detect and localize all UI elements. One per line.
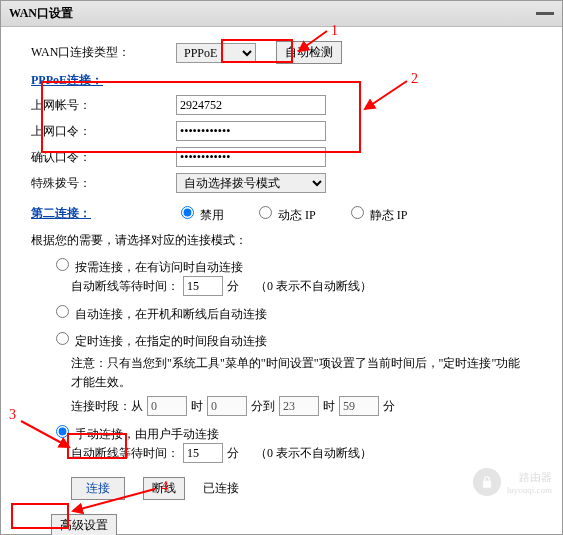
second-disable-option[interactable]: 禁用 <box>176 203 224 224</box>
password-label: 上网口令： <box>31 123 176 140</box>
confirm-input[interactable] <box>176 147 326 167</box>
mode-ondemand-radio[interactable] <box>56 258 69 271</box>
idle-time-input-2[interactable] <box>183 443 223 463</box>
second-static-radio[interactable] <box>351 206 364 219</box>
min-unit-2: 分 <box>383 398 395 415</box>
idle-unit-2: 分 <box>227 445 239 462</box>
password-input[interactable] <box>176 121 326 141</box>
mode-scheduled-option[interactable]: 定时连接，在指定的时间段自动连接 <box>51 334 267 348</box>
mode-scheduled-row: 定时连接，在指定的时间段自动连接 <box>51 329 532 350</box>
from-min-input[interactable] <box>207 396 247 416</box>
hour-unit-2: 时 <box>323 398 335 415</box>
scheduled-note: 注意：只有当您到"系统工具"菜单的"时间设置"项设置了当前时间后，"定时连接"功… <box>71 354 532 392</box>
idle-hint: （0 表示不自动断线） <box>255 278 372 295</box>
to-hour-input[interactable] <box>279 396 319 416</box>
annot-num-3: 3 <box>9 407 16 423</box>
pppoe-section-title: PPPoE连接： <box>31 72 532 89</box>
from-hour-input[interactable] <box>147 396 187 416</box>
mode-manual-option[interactable]: 手动连接，由用户手动连接 <box>51 427 219 441</box>
mode-auto-option[interactable]: 自动连接，在开机和断线后自动连接 <box>51 307 267 321</box>
manual-idle-row: 自动断线等待时间： 分 （0 表示不自动断线） <box>71 443 532 463</box>
wan-type-label: WAN口连接类型： <box>31 44 176 61</box>
second-conn-label: 第二连接： <box>31 205 176 222</box>
advanced-button[interactable]: 高级设置 <box>51 514 117 535</box>
annot-num-1: 1 <box>331 23 338 39</box>
password-row: 上网口令： <box>31 121 532 141</box>
special-dial-label: 特殊拨号： <box>31 175 176 192</box>
idle-label-2: 自动断线等待时间： <box>71 445 179 462</box>
second-conn-row: 第二连接： 禁用 动态 IP 静态 IP <box>31 203 532 224</box>
idle-hint-2: （0 表示不自动断线） <box>255 445 372 462</box>
connect-row: 连接 断线 已连接 <box>71 477 532 500</box>
mode-ondemand-row: 按需连接，在有访问时自动连接 <box>51 255 532 276</box>
watermark-brand: 路由器 <box>507 470 552 485</box>
period-label: 连接时段：从 <box>71 398 143 415</box>
connection-status: 已连接 <box>203 480 239 497</box>
second-dynamic-option[interactable]: 动态 IP <box>254 203 316 224</box>
second-dynamic-radio[interactable] <box>259 206 272 219</box>
mode-ondemand-option[interactable]: 按需连接，在有访问时自动连接 <box>51 260 243 274</box>
idle-label: 自动断线等待时间： <box>71 278 179 295</box>
idle-unit: 分 <box>227 278 239 295</box>
watermark-site: luyouqi.com <box>507 485 552 495</box>
special-dial-row: 特殊拨号： 自动选择拨号模式 <box>31 173 532 193</box>
account-label: 上网帐号： <box>31 97 176 114</box>
mode-scheduled-radio[interactable] <box>56 332 69 345</box>
ondemand-idle-row: 自动断线等待时间： 分 （0 表示不自动断线） <box>71 276 532 296</box>
connect-button[interactable]: 连接 <box>71 477 125 500</box>
account-row: 上网帐号： <box>31 95 532 115</box>
window-title: WAN口设置 <box>9 5 73 22</box>
titlebar: WAN口设置 <box>1 1 562 27</box>
mode-intro: 根据您的需要，请选择对应的连接模式： <box>31 232 532 249</box>
min-to-unit: 分到 <box>251 398 275 415</box>
confirm-label: 确认口令： <box>31 149 176 166</box>
mode-auto-row: 自动连接，在开机和断线后自动连接 <box>51 302 532 323</box>
wan-settings-window: WAN口设置 WAN口连接类型： PPPoE 自动检测 PPPoE连接： 上网帐… <box>0 0 563 535</box>
confirm-row: 确认口令： <box>31 147 532 167</box>
wan-type-select[interactable]: PPPoE <box>176 43 256 63</box>
to-min-input[interactable] <box>339 396 379 416</box>
minimize-icon[interactable] <box>536 12 554 15</box>
special-dial-select[interactable]: 自动选择拨号模式 <box>176 173 326 193</box>
mode-manual-radio[interactable] <box>56 425 69 438</box>
auto-detect-button[interactable]: 自动检测 <box>276 41 342 64</box>
annot-num-4: 4 <box>161 479 168 495</box>
period-row: 连接时段：从 时 分到 时 分 <box>71 396 532 416</box>
annot-num-2: 2 <box>411 71 418 87</box>
account-input[interactable] <box>176 95 326 115</box>
second-disable-radio[interactable] <box>181 206 194 219</box>
wan-type-row: WAN口连接类型： PPPoE 自动检测 <box>31 41 532 64</box>
watermark: 路由器 luyouqi.com <box>473 468 552 496</box>
watermark-lock-icon <box>473 468 501 496</box>
second-static-option[interactable]: 静态 IP <box>346 203 408 224</box>
idle-time-input[interactable] <box>183 276 223 296</box>
hour-unit-1: 时 <box>191 398 203 415</box>
mode-manual-row: 手动连接，由用户手动连接 <box>51 422 532 443</box>
mode-auto-radio[interactable] <box>56 305 69 318</box>
